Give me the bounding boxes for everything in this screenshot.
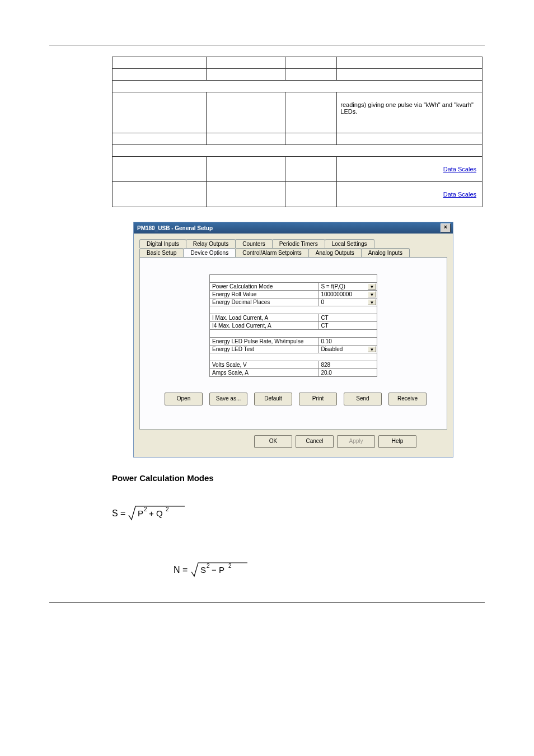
table-row [113, 81, 483, 92]
svg-text:2: 2 [228, 563, 232, 569]
cancel-button[interactable]: Cancel [296, 435, 334, 448]
chevron-down-icon[interactable]: ▼ [368, 283, 376, 290]
data-scales-link[interactable]: Data Scales [443, 191, 476, 198]
panel-device-options: Power/Energy Options Power Calculation M… [139, 257, 447, 430]
default-button[interactable]: Default [254, 393, 292, 405]
chevron-down-icon[interactable]: ▼ [368, 346, 376, 352]
tab-counters[interactable]: Counters [235, 239, 273, 248]
body-paragraph [112, 544, 485, 553]
power-calc-mode-select[interactable]: S = f(P,Q)▼ [318, 283, 377, 291]
tab-periodic-timers[interactable]: Periodic Timers [272, 239, 325, 248]
tab-relay-outputs[interactable]: Relay Outputs [186, 239, 236, 248]
svg-text:+ Q: + Q [149, 508, 163, 518]
i4-max-load-current[interactable]: CT [318, 322, 377, 330]
svg-text:2: 2 [144, 506, 147, 512]
open-button[interactable]: Open [165, 393, 203, 405]
led-test-select[interactable]: Disabled▼ [318, 346, 377, 353]
dialog-titlebar: PM180_USB - General Setup × [134, 222, 453, 234]
table-row: readings) giving one pulse via "kWh" and… [113, 92, 483, 133]
body-paragraph [112, 530, 485, 539]
formula-s-eq: S = P 2 + Q 2 [112, 503, 534, 523]
table-row [113, 69, 483, 81]
svg-text:S: S [200, 565, 206, 575]
volts-scale[interactable]: 828 [318, 361, 377, 369]
power-calc-modes-heading: Power Calculation Modes [112, 473, 534, 483]
svg-text:N =: N = [174, 565, 188, 575]
table-row: Data Scales [113, 182, 483, 207]
tab-device-options[interactable]: Device Options [183, 248, 236, 257]
led-readings-text: readings) [340, 101, 366, 108]
chevron-down-icon[interactable]: ▼ [368, 299, 376, 305]
led-pulse-rate[interactable]: 0.10 [318, 338, 377, 346]
amps-scale[interactable]: 20.0 [318, 369, 377, 377]
close-icon[interactable]: × [441, 223, 451, 232]
svg-text:2: 2 [166, 506, 169, 512]
tabs: Digital Inputs Relay Outputs Counters Pe… [139, 239, 447, 430]
formula-n-eq: N = S 2 − P 2 [174, 559, 534, 580]
section-power-energy: Power/Energy Options [210, 275, 377, 283]
dialog-title: PM180_USB - General Setup [137, 225, 213, 231]
tab-basic-setup[interactable]: Basic Setup [139, 248, 184, 257]
chevron-down-icon[interactable]: ▼ [368, 291, 376, 297]
section-test-mode: Test Mode [210, 330, 377, 338]
svg-text:− P: − P [212, 565, 224, 575]
section-data-scales: Data Scales [210, 353, 377, 361]
svg-text:2: 2 [207, 563, 210, 569]
tab-digital-inputs[interactable]: Digital Inputs [139, 239, 186, 248]
tab-local-settings[interactable]: Local Settings [325, 239, 374, 248]
general-setup-dialog: PM180_USB - General Setup × Digital Inpu… [133, 222, 453, 458]
receive-button[interactable]: Receive [388, 393, 427, 405]
table-row [113, 145, 483, 157]
tab-control-alarm-setpoints[interactable]: Control/Alarm Setpoints [235, 248, 309, 257]
body-paragraph [112, 488, 485, 497]
send-button[interactable]: Send [344, 393, 382, 405]
energy-decimal-select[interactable]: 0▼ [318, 298, 377, 306]
apply-button: Apply [337, 435, 375, 448]
table-row: Data Scales [113, 157, 483, 182]
table-row [113, 57, 483, 69]
data-scales-link[interactable]: Data Scales [443, 166, 476, 172]
ok-button[interactable]: OK [254, 435, 292, 448]
save-as-button[interactable]: Save as... [209, 393, 247, 405]
tab-analog-outputs[interactable]: Analog Outputs [308, 248, 362, 257]
table-row [113, 133, 483, 145]
print-button[interactable]: Print [299, 393, 337, 405]
section-tdd: TDD Setup [210, 306, 377, 314]
help-button[interactable]: Help [378, 435, 416, 448]
svg-text:S =: S = [112, 508, 125, 518]
energy-roll-value-select[interactable]: 1000000000▼ [318, 291, 377, 298]
tab-analog-inputs[interactable]: Analog Inputs [361, 248, 410, 257]
i-max-load-current[interactable]: CT [318, 314, 377, 322]
svg-text:P: P [138, 508, 143, 518]
spec-table: readings) giving one pulse via "kWh" and… [112, 57, 483, 207]
